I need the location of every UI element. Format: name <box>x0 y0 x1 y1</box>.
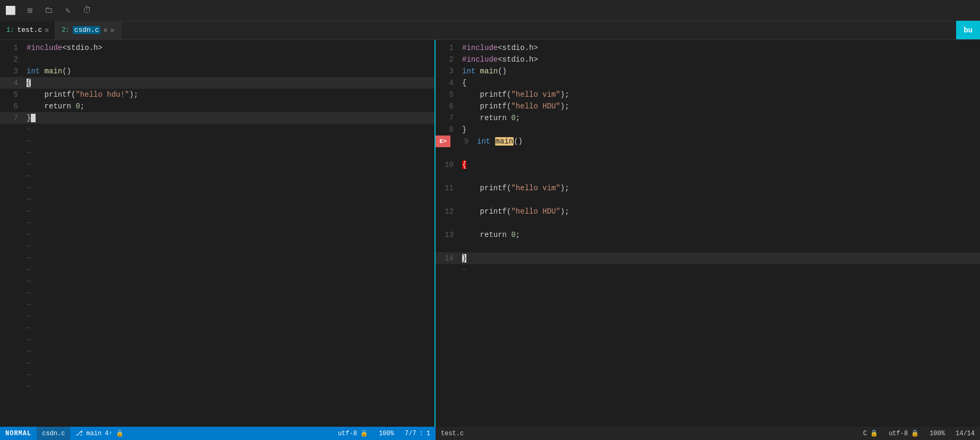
tab-icon-indicator: ⊞ <box>45 27 48 33</box>
tilde-line: ~ <box>0 217 434 229</box>
tilde-line: ~ <box>0 182 434 194</box>
tab-number-2: 2: <box>62 27 69 34</box>
toolbar-icon-folder[interactable]: 🗀 <box>44 5 54 16</box>
line-content: int main() <box>477 136 980 147</box>
tilde: ~ <box>27 217 434 229</box>
left-code-editor[interactable]: 1 #include<stdio.h> 2 3 int main() 4 { 5 <box>0 40 434 427</box>
branch-right: C <box>863 430 867 437</box>
line-number: 4 <box>436 77 462 89</box>
position-left: 7/7 <box>405 430 416 437</box>
line-number: 5 <box>0 89 27 100</box>
line-content: int main() <box>27 65 434 77</box>
tab-close-2[interactable]: ✕ <box>110 26 115 35</box>
tilde: ~ <box>27 194 434 206</box>
toolbar-icon-square[interactable]: ⬜ <box>5 5 16 16</box>
table-row: 5 printf("hello vim"); <box>436 89 980 100</box>
tilde-line: ~ <box>0 369 434 381</box>
table-row <box>436 241 980 252</box>
branch-lock-left: 🔒 <box>116 429 124 437</box>
line-number: 14 <box>436 252 462 264</box>
table-row: E> 9 int main() <box>436 136 980 147</box>
zoom-left: 100% <box>379 430 394 437</box>
tilde-line: ~ <box>0 299 434 311</box>
position-colon-left: : <box>420 430 423 437</box>
tilde-line: ~ <box>0 136 434 147</box>
line-content: } <box>462 252 980 264</box>
tilde: ~ <box>27 287 434 299</box>
tab-csdn-c[interactable]: 2: csdn.c ⊞ ✕ <box>55 21 121 39</box>
tilde: ~ <box>27 358 434 369</box>
tilde: ~ <box>27 229 434 241</box>
toolbar: ⬜ ⊞ 🗀 ✎ ⏱ <box>0 0 980 21</box>
table-row <box>436 147 980 159</box>
line-number: 6 <box>0 100 27 112</box>
toolbar-icon-grid[interactable]: ⊞ <box>24 5 35 16</box>
tilde-line: ~ <box>0 252 434 264</box>
branch-indicator-left: 4↑ <box>105 430 112 437</box>
status-right-section-right: C 🔒 utf-8 🔒 100% 14/14 <box>858 427 980 440</box>
table-row: 14 } <box>436 252 980 264</box>
new-tab-label: bu <box>964 26 973 35</box>
line-number: 7 <box>436 112 462 124</box>
line-number: 13 <box>436 229 462 241</box>
table-row: 7 return 0; <box>436 112 980 124</box>
position-right: 14/14 <box>956 430 975 437</box>
table-row: 2 #include<stdio.h> <box>436 54 980 65</box>
tab-filename-2: csdn.c <box>73 26 101 34</box>
line-number: 9 <box>450 136 477 147</box>
tilde-line: ~ <box>0 194 434 206</box>
line-number: 4 <box>0 77 27 89</box>
right-code-editor[interactable]: 1 #include<stdio.h> 2 #include<stdio.h> … <box>436 40 980 427</box>
tilde-line: ~ <box>0 229 434 241</box>
tilde: ~ <box>27 381 434 393</box>
tilde-line: ~ <box>0 147 434 159</box>
tilde: ~ <box>27 346 434 358</box>
line-content: int main() <box>462 65 980 77</box>
tilde: ~ <box>27 136 434 147</box>
tilde-line: ~ <box>0 287 434 299</box>
status-filename-left: csdn.c <box>37 427 70 440</box>
tilde: ~ <box>27 147 434 159</box>
left-status-bar: NORMAL csdn.c ⎇ main 4↑ 🔒 utf-8 🔒 100% 7… <box>0 427 436 440</box>
line-number: 1 <box>436 42 462 54</box>
status-mode: NORMAL <box>0 427 37 440</box>
table-row: 4 { <box>436 77 980 89</box>
tilde: ~ <box>27 159 434 171</box>
line-content: printf("hello vim"); <box>462 89 980 100</box>
tilde: ~ <box>27 323 434 334</box>
toolbar-icon-clock[interactable]: ⏱ <box>82 5 92 16</box>
tab-test-c[interactable]: 1: test.c ⊞ <box>0 21 55 39</box>
table-row: 7 } <box>0 112 434 124</box>
tilde-line: ~ <box>0 311 434 323</box>
new-tab-button[interactable]: bu <box>956 21 980 39</box>
table-row: 3 int main() <box>0 65 434 77</box>
tilde-line: ~ <box>0 358 434 369</box>
left-pane: 1 #include<stdio.h> 2 3 int main() 4 { 5 <box>0 40 436 427</box>
tilde-line: ~ <box>0 323 434 334</box>
line-number: 3 <box>0 65 27 77</box>
table-row: 1 #include<stdio.h> <box>0 42 434 54</box>
tilde: ~ <box>27 182 434 194</box>
line-content: printf("hello HDU"); <box>462 206 980 217</box>
tilde: ~ <box>27 171 434 182</box>
encoding-lock-right: 🔒 <box>911 429 919 437</box>
tilde-line: ~ <box>0 124 434 136</box>
line-content: printf("hello hdu!"); <box>27 89 434 100</box>
line-content: } <box>27 112 434 124</box>
line-number: 1 <box>0 42 27 54</box>
encoding-lock-left: 🔒 <box>360 429 368 437</box>
branch-left: main <box>86 430 101 437</box>
encoding-right: utf-8 <box>889 430 908 437</box>
tab-filename: test.c <box>17 26 42 34</box>
table-row: 6 return 0; <box>0 100 434 112</box>
error-marker: E> <box>436 136 450 147</box>
toolbar-icon-edit[interactable]: ✎ <box>63 5 73 16</box>
tilde-line: ~ <box>0 276 434 287</box>
line-content: #include<stdio.h> <box>27 42 434 54</box>
tilde: ~ <box>462 264 980 276</box>
status-right-section-left: utf-8 🔒 100% 7/7 : 1 <box>333 427 436 440</box>
status-branch-right: C 🔒 <box>858 427 883 440</box>
line-content: return 0; <box>462 112 980 124</box>
tilde: ~ <box>27 264 434 276</box>
line-content: { <box>27 77 434 89</box>
